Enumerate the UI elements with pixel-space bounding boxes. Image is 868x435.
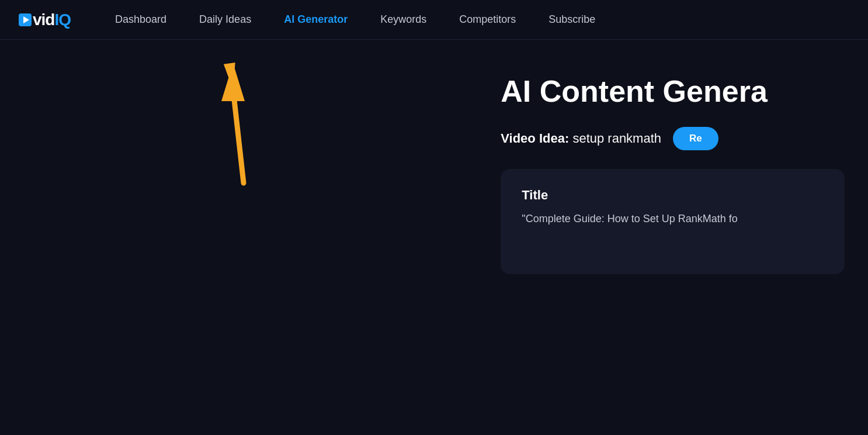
logo-play-icon [19,13,32,26]
sidebar-item-subscribe[interactable]: Subscribe [532,9,612,30]
card-title-label: Title [522,188,824,203]
navbar: vidIQ Dashboard Daily Ideas AI Generator… [0,0,868,40]
sidebar-item-ai-generator[interactable]: AI Generator [268,9,364,30]
main-content: AI Content Genera Video Idea: setup rank… [0,40,868,435]
regenerate-button[interactable]: Re [673,127,718,150]
left-panel [0,40,477,435]
content-card: Title "Complete Guide: How to Set Up Ran… [501,169,845,274]
sidebar-item-daily-ideas[interactable]: Daily Ideas [183,9,268,30]
svg-line-3 [233,89,244,183]
sidebar-item-dashboard[interactable]: Dashboard [99,9,183,30]
right-panel: AI Content Genera Video Idea: setup rank… [477,40,868,435]
sidebar-item-keywords[interactable]: Keywords [364,9,443,30]
page-title: AI Content Genera [501,75,845,108]
video-idea-row: Video Idea: setup rankmath Re [501,127,845,150]
nav-items: Dashboard Daily Ideas AI Generator Keywo… [99,9,849,30]
card-title-text: "Complete Guide: How to Set Up RankMath … [522,211,824,227]
video-idea-label: Video Idea: [501,131,569,146]
arrow-container [221,57,256,186]
logo[interactable]: vidIQ [19,11,71,29]
arrow-icon [221,57,256,186]
sidebar-item-competitors[interactable]: Competitors [443,9,532,30]
svg-marker-5 [221,63,245,101]
video-idea-text: Video Idea: setup rankmath [501,131,661,146]
video-idea-value-text: setup rankmath [572,131,661,146]
logo-text: vidIQ [19,11,71,29]
